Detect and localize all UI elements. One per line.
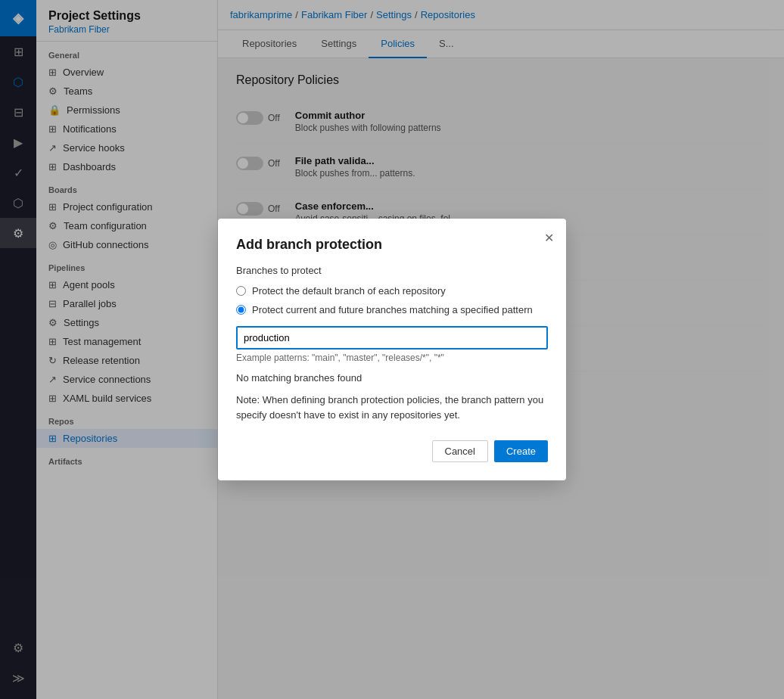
modal-footer: Cancel Create — [236, 440, 548, 462]
radio-pattern-branch[interactable] — [236, 305, 246, 315]
branches-to-protect-label: Branches to protect — [236, 265, 548, 276]
create-button[interactable]: Create — [494, 440, 548, 462]
radio-option-pattern[interactable]: Protect current and future branches matc… — [236, 304, 548, 315]
radio-label-pattern: Protect current and future branches matc… — [252, 304, 533, 315]
radio-label-default: Protect the default branch of each repos… — [252, 285, 446, 297]
radio-option-default-branch[interactable]: Protect the default branch of each repos… — [236, 285, 548, 297]
modal-close-button[interactable]: ✕ — [544, 231, 554, 245]
radio-default-branch[interactable] — [236, 286, 246, 296]
branch-pattern-input[interactable] — [236, 326, 548, 350]
cancel-button[interactable]: Cancel — [432, 440, 488, 462]
modal-overlay: Add branch protection ✕ Branches to prot… — [0, 0, 784, 699]
modal-title: Add branch protection — [236, 237, 548, 253]
add-branch-protection-modal: Add branch protection ✕ Branches to prot… — [218, 219, 566, 480]
example-patterns-text: Example patterns: "main", "master", "rel… — [236, 353, 548, 363]
note-text: Note: When defining branch protection po… — [236, 393, 548, 422]
no-match-text: No matching branches found — [236, 372, 548, 384]
